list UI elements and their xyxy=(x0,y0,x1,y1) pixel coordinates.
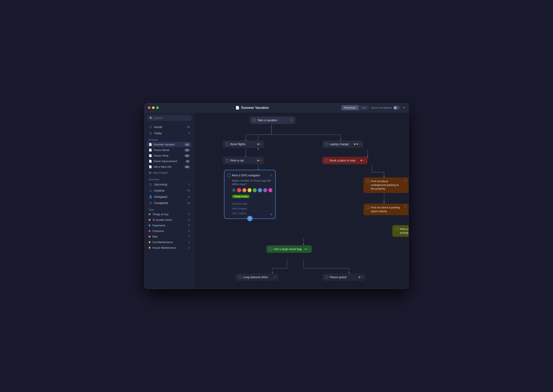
settings-icon[interactable]: ⚙ xyxy=(270,213,273,216)
anytime-count: 78 xyxy=(187,189,190,192)
node-underground-parking[interactable]: Find out about underground parking at th… xyxy=(363,177,408,193)
add-location[interactable]: Add Location xyxy=(227,211,272,216)
checkbox-fleece-jacket[interactable] xyxy=(325,276,328,279)
color-swatch-2[interactable] xyxy=(248,188,251,192)
label-take-vacation: Take a vacation xyxy=(257,119,288,122)
dots-book-flights xyxy=(257,143,262,145)
tag-item-contracts[interactable]: Contracts 5 xyxy=(147,228,191,234)
delegated-label: Delegated xyxy=(154,195,188,198)
add-due-date[interactable]: Add Due Date xyxy=(227,201,272,206)
label-rent-car: Rent a car xyxy=(230,159,255,162)
label-parking-nearby: Find out about a parking space nearby xyxy=(371,206,402,213)
svg-marker-22 xyxy=(383,202,385,204)
sidebar-item-completed[interactable]: ☑ Completed 14 xyxy=(147,200,191,206)
label-underground-parking: Find out about underground parking at th… xyxy=(371,180,402,191)
tag-count-1: 5 xyxy=(188,218,190,221)
tag-count-2: 5 xyxy=(188,224,190,227)
tag-label-4: Mail xyxy=(152,235,188,238)
project-item-summer-vacation[interactable]: 📄 Summer Vacation 19 xyxy=(147,142,191,147)
checkbox-parking-nearby[interactable] xyxy=(366,206,369,209)
search-bar[interactable]: 🔍 xyxy=(147,115,191,121)
list-view-button[interactable]: List xyxy=(359,105,369,110)
node-parking-nearby[interactable]: Find out about a parking space nearby xyxy=(363,204,408,215)
dots-book-place xyxy=(360,160,365,161)
label-laptop-charger: Laptop charger xyxy=(330,142,352,146)
sidebar-item-delegated[interactable]: 👤 Delegated 6 xyxy=(147,194,191,200)
actual-icon: ☐ xyxy=(149,125,152,129)
maximize-button[interactable] xyxy=(156,106,159,109)
show-completed-toggle[interactable] xyxy=(393,106,400,110)
project-item-promo-movie[interactable]: 📄 Promo Movie 14 xyxy=(147,147,191,153)
checkbox-travel-bag[interactable] xyxy=(269,248,272,251)
checkbox-book-place[interactable] xyxy=(325,159,328,162)
node-rent-gps[interactable]: Rent a GPS navigator ○ Maybe consider an… xyxy=(224,170,276,219)
minimize-button[interactable] xyxy=(152,106,155,109)
color-swatch-3[interactable] xyxy=(253,188,257,192)
label-travel-bag: Get a large travel bag xyxy=(274,247,302,251)
color-swatch-6[interactable] xyxy=(269,188,272,192)
close-button[interactable] xyxy=(148,106,151,109)
sidebar-item-anytime[interactable]: ∞ Anytime 78 xyxy=(147,188,191,194)
tag-item-car-maintenance[interactable]: Car Maintenance 1 xyxy=(147,240,191,245)
project-item-house-party[interactable]: 📄 House Party 16 xyxy=(147,153,191,158)
gps-header: Rent a GPS navigator ○ xyxy=(227,173,272,177)
checkbox-underground-parking[interactable] xyxy=(366,180,369,183)
checkbox-make-parking[interactable] xyxy=(395,228,398,231)
checkbox-take-vacation[interactable] xyxy=(253,119,256,122)
add-subtask-button[interactable]: + xyxy=(247,216,253,221)
flowchart-view-button[interactable]: Flowchart xyxy=(341,105,359,110)
color-check[interactable]: ✓ xyxy=(232,188,236,192)
project-label-3: Home Improvement xyxy=(154,160,186,163)
node-book-place[interactable]: Book a place to stay xyxy=(322,157,367,164)
node-make-parking[interactable]: Make parking arrangements xyxy=(392,225,408,237)
today-label: Today xyxy=(154,132,188,135)
project-item-get-new-job[interactable]: 📄 Get a New Job 29 xyxy=(147,164,191,169)
node-rent-car[interactable]: Rent a car xyxy=(223,157,264,164)
dots-travel-bag xyxy=(305,248,309,250)
new-project-item[interactable]: ⊞ New Project xyxy=(147,170,191,176)
color-swatch-1[interactable] xyxy=(242,188,246,192)
color-swatch-0[interactable] xyxy=(237,188,241,192)
upcoming-count: 2 xyxy=(188,183,190,186)
tag-item-mail[interactable]: Mail 7 xyxy=(147,234,191,239)
label-fleece-jacket: Fleece jacket xyxy=(330,275,356,279)
node-book-flights[interactable]: Book flights xyxy=(223,140,264,148)
node-laptop-charger[interactable]: Laptop charger xyxy=(322,140,363,148)
checkbox-laptop-charger[interactable] xyxy=(325,143,328,146)
project-label-4: Get a New Job xyxy=(154,165,184,168)
search-input[interactable] xyxy=(154,117,189,119)
checkbox-book-flights[interactable] xyxy=(226,143,229,146)
sidebar-item-today[interactable]: ◫ Today 3 xyxy=(147,130,191,136)
tag-item-house-maintenance[interactable]: House Maintenance 2 xyxy=(147,245,191,250)
checkbox-rent-car[interactable] xyxy=(226,159,229,162)
title-bar: 📄 Summer Vacation Flowchart List Show Co… xyxy=(145,103,408,112)
add-button[interactable]: + xyxy=(403,105,405,110)
svg-marker-11 xyxy=(257,148,259,150)
completed-label: Completed xyxy=(154,201,187,205)
show-completed: Show Completed xyxy=(371,106,400,110)
tag-item-things-to-buy[interactable]: Things to buy 5 xyxy=(147,212,191,217)
search-icon: 🔍 xyxy=(150,117,152,119)
tag-item-paperwork[interactable]: Paperwork 5 xyxy=(147,223,191,228)
dots-fleece-jacket xyxy=(359,276,363,278)
node-take-vacation[interactable]: Take a vacation ✈ xyxy=(250,117,295,124)
node-travel-bag[interactable]: Get a large travel bag xyxy=(266,245,312,253)
sidebar-item-upcoming[interactable]: ◫ Upcoming 2 xyxy=(147,182,191,187)
node-fleece-jacket[interactable]: Fleece jacket xyxy=(322,273,366,281)
label-long-shirts: Long-sleeved shirts xyxy=(243,275,272,279)
gps-tag[interactable]: Things to buy xyxy=(232,195,250,198)
add-delegate[interactable]: Add Delegate xyxy=(227,206,272,211)
tag-label-3: Contracts xyxy=(152,230,188,232)
dots-take-vacation: ✈ xyxy=(290,119,292,122)
color-swatch-4[interactable] xyxy=(258,188,262,192)
dots-rent-car xyxy=(257,160,262,161)
checkbox-long-shirts[interactable] xyxy=(238,276,241,279)
project-count-0: 19 xyxy=(184,143,190,146)
tag-label-6: House Maintenance xyxy=(152,246,188,249)
tag-item-to-double-check[interactable]: To double check 5 xyxy=(147,217,191,223)
checkbox-gps[interactable] xyxy=(227,174,230,177)
sidebar-item-actual[interactable]: ☐ Actual 16 xyxy=(147,124,191,130)
project-item-home-improvement[interactable]: 📄 Home Improvement 5 xyxy=(147,159,191,164)
node-long-shirts[interactable]: Long-sleeved shirts xyxy=(235,273,279,281)
color-swatch-5[interactable] xyxy=(263,188,267,192)
